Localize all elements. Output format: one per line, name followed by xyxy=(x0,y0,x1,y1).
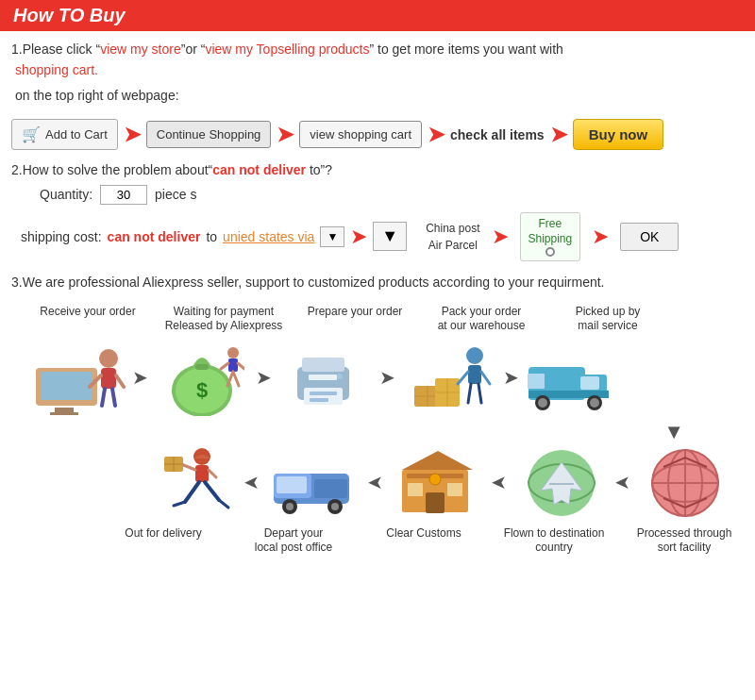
to-text: to xyxy=(206,229,217,244)
svg-rect-47 xyxy=(528,374,545,389)
p-arrow7: ➤ xyxy=(491,471,507,493)
section3: 3.We are professional Aliexpress seller,… xyxy=(11,275,744,290)
svg-line-38 xyxy=(478,384,481,403)
icon-receive xyxy=(26,338,130,418)
destination-link[interactable]: unied states via xyxy=(223,229,314,244)
svg-line-77 xyxy=(209,470,216,477)
view-cart-label: view shopping cart xyxy=(310,127,411,142)
svg-line-17 xyxy=(233,372,239,386)
arrow-to-ok: ➤ xyxy=(592,225,609,249)
shipping-row: shipping cost: can not deliver to unied … xyxy=(21,222,407,251)
label-pickup: Picked up bymail service xyxy=(551,305,664,334)
add-to-cart-label: Add to Cart xyxy=(45,127,108,142)
svg-line-35 xyxy=(458,372,468,384)
section1-cart-link[interactable]: shopping cart. xyxy=(15,62,98,77)
svg-rect-25 xyxy=(310,392,337,395)
svg-point-46 xyxy=(590,398,599,408)
shipping-method-dropdown[interactable]: ▼ xyxy=(373,222,407,251)
free-label: Free xyxy=(539,217,562,230)
arrow1: ➤ xyxy=(124,123,141,147)
svg-line-19 xyxy=(238,363,244,369)
add-to-cart-button[interactable]: 🛒 Add to Cart xyxy=(11,119,118,150)
flow-arrow-shipping: ➤ xyxy=(350,225,367,249)
p-arrow6: ➤ xyxy=(367,471,383,493)
svg-rect-5 xyxy=(101,368,116,389)
icon-van xyxy=(261,442,365,523)
arrow2: ➤ xyxy=(277,123,294,147)
svg-line-36 xyxy=(481,372,490,384)
section1-rest: ” to get more items you want with xyxy=(369,42,562,57)
label-depart: Depart yourlocal post office xyxy=(242,526,345,556)
arrow3: ➤ xyxy=(428,123,445,147)
icon-payment: $ xyxy=(150,338,254,418)
svg-line-8 xyxy=(102,389,105,406)
p-arrow1: ➤ xyxy=(132,366,148,389)
ok-button[interactable]: OK xyxy=(620,223,679,251)
icon-printer xyxy=(274,338,378,418)
svg-rect-26 xyxy=(310,398,328,402)
label-customs: Clear Customs xyxy=(372,526,476,556)
radio-dot xyxy=(545,247,555,257)
section1-intro: 1.Please click “ xyxy=(11,42,100,57)
continue-shopping-button[interactable]: Continue Shopping xyxy=(146,121,272,148)
shipping-word: Shipping xyxy=(528,232,573,245)
svg-line-84 xyxy=(219,500,228,508)
check-items-button[interactable]: check all items xyxy=(450,127,545,142)
svg-rect-15 xyxy=(228,358,238,372)
header-title: How TO Buy xyxy=(13,5,126,25)
section2-suffix: to”? xyxy=(306,162,332,177)
section3-text: 3.We are professional Aliexpress seller,… xyxy=(11,275,744,290)
view-topselling-link[interactable]: view my Topselling products xyxy=(205,42,369,57)
p-arrow3: ➤ xyxy=(379,366,395,389)
cart-flow: 🛒 Add to Cart ➤ Continue Shopping ➤ view… xyxy=(11,119,744,150)
buy-now-button[interactable]: Buy now xyxy=(573,119,664,150)
svg-rect-2 xyxy=(55,408,74,412)
svg-rect-21 xyxy=(302,358,344,372)
svg-text:$: $ xyxy=(196,378,208,402)
shipping-label: shipping cost: xyxy=(21,229,102,244)
p-arrow8: ➤ xyxy=(614,471,630,493)
svg-point-4 xyxy=(99,349,118,368)
label-outdelivery: Out for delivery xyxy=(111,526,215,556)
icon-plane xyxy=(509,442,612,523)
continue-shopping-label: Continue Shopping xyxy=(157,127,261,142)
svg-point-14 xyxy=(227,347,239,358)
ok-label: OK xyxy=(640,229,659,244)
section1-or: ”or “ xyxy=(181,42,206,57)
icon-truck xyxy=(521,338,620,418)
svg-line-82 xyxy=(205,482,219,500)
icon-sort xyxy=(632,442,736,523)
icon-runner xyxy=(138,442,242,523)
destination-dropdown[interactable]: ▼ xyxy=(320,226,344,247)
svg-rect-1 xyxy=(41,372,92,400)
cannot-deliver-shipping: can not deliver xyxy=(108,229,201,244)
svg-rect-64 xyxy=(447,483,462,496)
svg-rect-13 xyxy=(195,364,209,370)
china-post-line1: China post xyxy=(426,220,479,237)
p-arrow2: ➤ xyxy=(256,366,272,389)
svg-rect-63 xyxy=(408,483,423,496)
svg-point-24 xyxy=(337,374,343,379)
svg-line-83 xyxy=(174,502,185,506)
label-sort: Processed throughsort facility xyxy=(632,526,736,556)
section1-subtext: on the top right of webpage: xyxy=(15,85,744,106)
svg-line-9 xyxy=(112,389,115,406)
view-store-link[interactable]: view my store xyxy=(100,42,181,57)
section2: 2.How to solve the problem about“can not… xyxy=(11,159,744,260)
arrow4: ➤ xyxy=(550,123,567,147)
svg-rect-41 xyxy=(580,376,599,390)
check-items-label: check all items xyxy=(450,127,545,142)
icon-pack xyxy=(397,338,501,418)
svg-rect-68 xyxy=(277,476,307,493)
buy-now-label: Buy now xyxy=(589,126,648,142)
svg-rect-23 xyxy=(309,375,337,380)
arrow-to-free: ➤ xyxy=(492,225,509,249)
view-cart-button[interactable]: view shopping cart xyxy=(299,121,422,148)
svg-line-76 xyxy=(181,464,195,470)
svg-rect-75 xyxy=(195,465,209,482)
quantity-input[interactable] xyxy=(100,185,147,205)
svg-line-81 xyxy=(185,482,199,502)
svg-rect-3 xyxy=(50,412,78,415)
svg-point-71 xyxy=(286,503,294,510)
svg-point-65 xyxy=(429,474,441,485)
